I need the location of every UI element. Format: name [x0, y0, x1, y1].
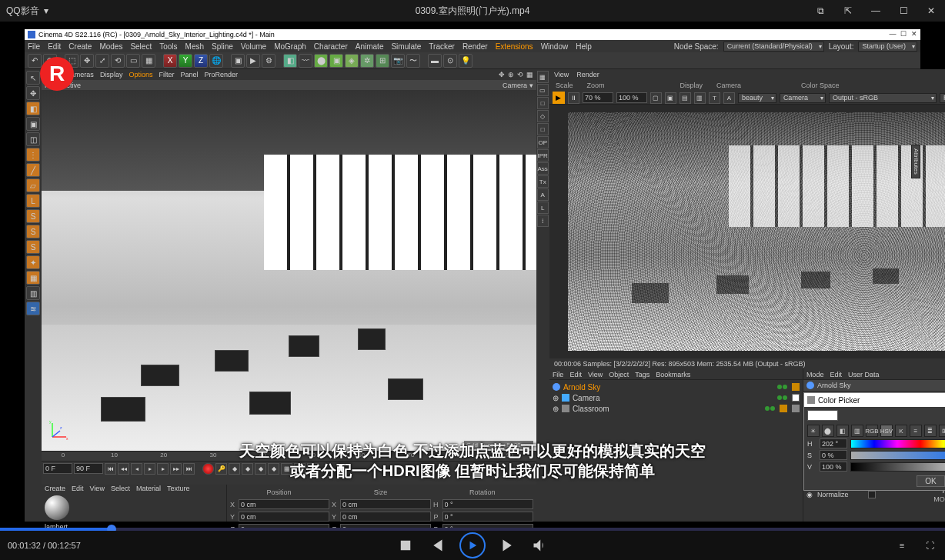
val-slider[interactable] — [850, 462, 945, 472]
cp-mode[interactable]: RGB — [866, 425, 878, 437]
ipr-tab-render[interactable]: Render — [576, 71, 599, 78]
menu-extensions[interactable]: Extensions — [496, 42, 533, 51]
size-x[interactable] — [340, 499, 431, 509]
axis-z-toggle[interactable]: Z — [194, 54, 208, 68]
menu-create[interactable]: Create — [68, 42, 92, 51]
cp-mode[interactable]: ≡ — [910, 425, 922, 437]
ipr-tool[interactable]: L — [537, 202, 549, 214]
display-dd[interactable]: beauty — [738, 93, 776, 103]
pin-button[interactable]: ⇱ — [834, 0, 862, 22]
menu-simulate[interactable]: Simulate — [391, 42, 421, 51]
ipr-pause[interactable]: ⏸ — [568, 92, 579, 104]
brand-dropdown-icon[interactable]: ▾ — [44, 5, 48, 16]
mat-select[interactable]: Select — [111, 485, 130, 492]
camera-primitive[interactable]: 📷 — [391, 54, 405, 68]
output-dd[interactable]: Output - sRGB — [829, 93, 937, 103]
autokey-button[interactable]: 🔑 — [215, 463, 227, 475]
ipr-tool[interactable]: ▭ — [537, 84, 549, 96]
floor-primitive[interactable]: ▬ — [428, 54, 442, 68]
snap-tool[interactable]: ▦ — [26, 271, 40, 285]
edge-mode[interactable]: ╱ — [26, 163, 40, 177]
scale-tool[interactable]: ⤢ — [95, 54, 109, 68]
goto-start[interactable]: ⏮ — [105, 463, 116, 475]
s-tool-1[interactable]: S — [26, 209, 40, 223]
ipr-tool[interactable]: A — [537, 188, 549, 201]
c4d-minimize[interactable]: — — [888, 29, 897, 38]
om-tags[interactable]: Tags — [635, 371, 649, 378]
menu-animate[interactable]: Animate — [356, 42, 384, 51]
menu-file[interactable]: File — [28, 42, 40, 51]
pip-button[interactable]: ⧉ — [806, 0, 834, 22]
menu-spline[interactable]: Spline — [212, 42, 233, 51]
perspective-viewport[interactable]: y x z Grid Spacing : 5000 cm — [42, 90, 536, 451]
key-s[interactable]: ◆ — [242, 463, 253, 475]
rot-h[interactable] — [442, 499, 533, 509]
am-mode[interactable]: Mode — [806, 371, 824, 378]
node-space-dropdown[interactable]: Current (Standard/Physical) — [723, 42, 824, 52]
cp-mode[interactable]: ⬤ — [822, 425, 834, 437]
material-preview[interactable] — [45, 495, 69, 520]
am-edit[interactable]: Edit — [830, 371, 842, 378]
s-input[interactable] — [820, 450, 847, 460]
undo-button[interactable]: ↶ — [28, 54, 42, 68]
cp-mode[interactable]: ◧ — [836, 425, 849, 437]
next-key[interactable]: ▸▸ — [170, 463, 182, 475]
menu-tools[interactable]: Tools — [159, 42, 177, 51]
vp-tab-options[interactable]: Options — [129, 71, 152, 78]
attributes-side-tab[interactable]: Attributes — [911, 145, 920, 178]
rotate-tool[interactable]: ⟲ — [111, 54, 125, 68]
menu-render[interactable]: Render — [462, 42, 488, 51]
point-mode[interactable]: ⋮ — [26, 148, 40, 162]
scale-input[interactable] — [583, 92, 613, 103]
menu-mograph[interactable]: MoGraph — [274, 42, 306, 51]
world-toggle[interactable]: 🌐 — [209, 54, 223, 68]
spline-primitive[interactable]: 〰 — [299, 54, 312, 68]
scene-primitive[interactable]: ⊞ — [376, 54, 389, 68]
key-pla[interactable]: ◆ — [268, 463, 279, 475]
record-button[interactable] — [202, 463, 214, 475]
last-tool[interactable]: ▭ — [126, 54, 140, 68]
play-fwd[interactable]: ▸ — [144, 463, 155, 475]
ipr-tool[interactable]: ⁞ — [537, 215, 549, 227]
mat-edit[interactable]: Edit — [72, 485, 84, 492]
pos-y[interactable] — [239, 512, 329, 522]
vp-tab-filter[interactable]: Filter — [159, 71, 174, 78]
om-file[interactable]: File — [553, 371, 564, 378]
cube-primitive[interactable]: ◧ — [283, 54, 297, 68]
menu-help[interactable]: Help — [576, 42, 592, 51]
menu-edit[interactable]: Edit — [48, 42, 61, 51]
c4d-maximize[interactable]: ☐ — [899, 29, 908, 38]
move-mode[interactable]: ✥ — [26, 86, 40, 100]
zoom-input[interactable] — [616, 92, 647, 103]
move-tool[interactable]: ✥ — [80, 54, 94, 68]
camera-dropdown[interactable]: Camera ▾ — [503, 82, 533, 89]
vp-tab-panel[interactable]: Panel — [180, 71, 198, 78]
rc-f[interactable]: A — [723, 92, 735, 104]
ipr-tool[interactable]: ▦ — [537, 71, 549, 83]
rc-b[interactable]: ▣ — [665, 92, 676, 104]
render-view[interactable] — [549, 105, 945, 358]
am-userdata[interactable]: User Data — [848, 371, 880, 378]
ipr-tool[interactable]: IPR — [537, 149, 549, 162]
hue-slider[interactable] — [850, 439, 945, 448]
uv-point-mode[interactable]: L — [26, 194, 40, 208]
fullscreen-button[interactable]: ⛶ — [922, 538, 937, 553]
light-btn[interactable]: 💡 — [459, 54, 472, 68]
rc-e[interactable]: T — [709, 92, 720, 104]
close-button[interactable]: ✕ — [917, 0, 945, 22]
s-tool-2[interactable]: S — [26, 225, 40, 238]
generator-primitive[interactable]: ⬤ — [314, 54, 328, 68]
menu-modes[interactable]: Modes — [99, 42, 122, 51]
ipr-tool[interactable]: ◇ — [537, 110, 549, 122]
rc-d[interactable]: ▥ — [694, 92, 706, 104]
ipr-tool[interactable]: Ass — [537, 162, 549, 175]
om-object[interactable]: Object — [609, 371, 629, 378]
key-p[interactable]: ◆ — [229, 463, 240, 475]
live-select[interactable]: ↖ — [26, 71, 40, 85]
cp-mode[interactable]: HSV — [880, 425, 893, 437]
vp-zoom-icon[interactable]: ⊕ — [508, 71, 514, 78]
color-swatch[interactable] — [807, 410, 838, 421]
ipr-tool[interactable]: □ — [537, 123, 549, 135]
cp-mode[interactable]: ☀ — [807, 425, 820, 437]
rot-p[interactable] — [442, 512, 533, 522]
